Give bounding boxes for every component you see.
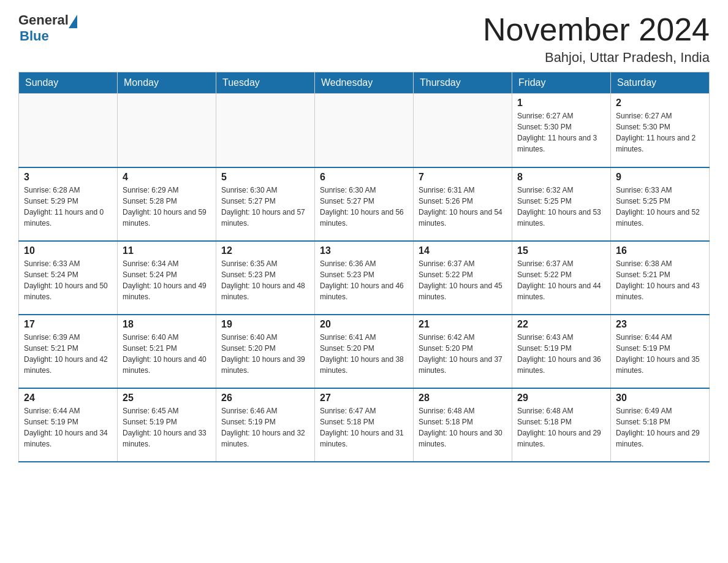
calendar-week-row: 3Sunrise: 6:28 AMSunset: 5:29 PMDaylight…	[19, 167, 710, 241]
calendar-table: SundayMondayTuesdayWednesdayThursdayFrid…	[18, 72, 710, 462]
day-number: 15	[517, 245, 605, 256]
day-number: 14	[419, 245, 507, 256]
calendar-title: November 2024	[483, 12, 710, 47]
calendar-cell: 22Sunrise: 6:43 AMSunset: 5:19 PMDayligh…	[512, 315, 611, 388]
day-number: 22	[517, 319, 605, 330]
logo-blue-text: Blue	[20, 28, 49, 44]
calendar-subtitle: Bahjoi, Uttar Pradesh, India	[483, 50, 710, 66]
calendar-cell	[315, 94, 414, 167]
calendar-cell: 19Sunrise: 6:40 AMSunset: 5:20 PMDayligh…	[216, 315, 315, 388]
day-info: Sunrise: 6:34 AMSunset: 5:24 PMDaylight:…	[123, 258, 211, 302]
calendar-cell: 28Sunrise: 6:48 AMSunset: 5:18 PMDayligh…	[414, 388, 512, 462]
day-number: 29	[517, 393, 605, 404]
calendar-cell: 10Sunrise: 6:33 AMSunset: 5:24 PMDayligh…	[19, 241, 118, 315]
day-number: 30	[616, 393, 704, 404]
calendar-cell: 24Sunrise: 6:44 AMSunset: 5:19 PMDayligh…	[19, 388, 118, 462]
calendar-cell: 2Sunrise: 6:27 AMSunset: 5:30 PMDaylight…	[611, 94, 710, 167]
calendar-cell: 13Sunrise: 6:36 AMSunset: 5:23 PMDayligh…	[315, 241, 414, 315]
calendar-cell	[118, 94, 216, 167]
calendar-cell	[19, 94, 118, 167]
column-header-thursday: Thursday	[414, 72, 512, 94]
day-info: Sunrise: 6:37 AMSunset: 5:22 PMDaylight:…	[517, 258, 605, 302]
day-number: 24	[24, 393, 112, 404]
page-header: General Blue November 2024 Bahjoi, Uttar…	[18, 12, 710, 66]
day-info: Sunrise: 6:41 AMSunset: 5:20 PMDaylight:…	[320, 332, 408, 376]
day-info: Sunrise: 6:28 AMSunset: 5:29 PMDaylight:…	[24, 185, 112, 229]
day-info: Sunrise: 6:32 AMSunset: 5:25 PMDaylight:…	[517, 185, 605, 229]
calendar-cell: 26Sunrise: 6:46 AMSunset: 5:19 PMDayligh…	[216, 388, 315, 462]
day-number: 25	[123, 393, 211, 404]
day-number: 13	[320, 245, 408, 256]
calendar-cell: 21Sunrise: 6:42 AMSunset: 5:20 PMDayligh…	[414, 315, 512, 388]
day-number: 17	[24, 319, 112, 330]
day-info: Sunrise: 6:27 AMSunset: 5:30 PMDaylight:…	[616, 110, 704, 155]
day-info: Sunrise: 6:30 AMSunset: 5:27 PMDaylight:…	[320, 185, 408, 229]
day-info: Sunrise: 6:48 AMSunset: 5:18 PMDaylight:…	[419, 405, 507, 450]
column-header-wednesday: Wednesday	[315, 72, 414, 94]
day-number: 9	[616, 172, 704, 183]
day-info: Sunrise: 6:43 AMSunset: 5:19 PMDaylight:…	[517, 332, 605, 376]
day-number: 2	[616, 98, 704, 109]
day-number: 10	[24, 245, 112, 256]
column-header-sunday: Sunday	[19, 72, 118, 94]
day-info: Sunrise: 6:45 AMSunset: 5:19 PMDaylight:…	[123, 405, 211, 450]
calendar-cell: 30Sunrise: 6:49 AMSunset: 5:18 PMDayligh…	[611, 388, 710, 462]
day-number: 23	[616, 319, 704, 330]
calendar-cell: 17Sunrise: 6:39 AMSunset: 5:21 PMDayligh…	[19, 315, 118, 388]
calendar-cell: 16Sunrise: 6:38 AMSunset: 5:21 PMDayligh…	[611, 241, 710, 315]
column-header-tuesday: Tuesday	[216, 72, 315, 94]
day-number: 11	[123, 245, 211, 256]
calendar-cell: 9Sunrise: 6:33 AMSunset: 5:25 PMDaylight…	[611, 167, 710, 241]
calendar-cell: 25Sunrise: 6:45 AMSunset: 5:19 PMDayligh…	[118, 388, 216, 462]
calendar-cell: 11Sunrise: 6:34 AMSunset: 5:24 PMDayligh…	[118, 241, 216, 315]
day-number: 28	[419, 393, 507, 404]
day-number: 8	[517, 172, 605, 183]
day-number: 6	[320, 172, 408, 183]
calendar-title-block: November 2024 Bahjoi, Uttar Pradesh, Ind…	[483, 12, 710, 66]
day-info: Sunrise: 6:38 AMSunset: 5:21 PMDaylight:…	[616, 258, 704, 302]
calendar-cell: 23Sunrise: 6:44 AMSunset: 5:19 PMDayligh…	[611, 315, 710, 388]
day-info: Sunrise: 6:46 AMSunset: 5:19 PMDaylight:…	[221, 405, 309, 450]
day-number: 19	[221, 319, 309, 330]
day-info: Sunrise: 6:44 AMSunset: 5:19 PMDaylight:…	[24, 405, 112, 450]
day-info: Sunrise: 6:39 AMSunset: 5:21 PMDaylight:…	[24, 332, 112, 376]
column-header-monday: Monday	[118, 72, 216, 94]
calendar-cell: 29Sunrise: 6:48 AMSunset: 5:18 PMDayligh…	[512, 388, 611, 462]
day-number: 20	[320, 319, 408, 330]
day-info: Sunrise: 6:37 AMSunset: 5:22 PMDaylight:…	[419, 258, 507, 302]
logo: General Blue	[18, 12, 77, 44]
calendar-cell: 3Sunrise: 6:28 AMSunset: 5:29 PMDaylight…	[19, 167, 118, 241]
calendar-header-row: SundayMondayTuesdayWednesdayThursdayFrid…	[19, 72, 710, 94]
calendar-cell: 6Sunrise: 6:30 AMSunset: 5:27 PMDaylight…	[315, 167, 414, 241]
calendar-cell	[216, 94, 315, 167]
day-number: 1	[517, 98, 605, 109]
day-info: Sunrise: 6:27 AMSunset: 5:30 PMDaylight:…	[517, 110, 605, 155]
day-info: Sunrise: 6:33 AMSunset: 5:24 PMDaylight:…	[24, 258, 112, 302]
day-info: Sunrise: 6:30 AMSunset: 5:27 PMDaylight:…	[221, 185, 309, 229]
day-info: Sunrise: 6:40 AMSunset: 5:20 PMDaylight:…	[221, 332, 309, 376]
day-number: 12	[221, 245, 309, 256]
calendar-cell: 8Sunrise: 6:32 AMSunset: 5:25 PMDaylight…	[512, 167, 611, 241]
day-info: Sunrise: 6:33 AMSunset: 5:25 PMDaylight:…	[616, 185, 704, 229]
day-number: 7	[419, 172, 507, 183]
day-info: Sunrise: 6:42 AMSunset: 5:20 PMDaylight:…	[419, 332, 507, 376]
calendar-cell: 5Sunrise: 6:30 AMSunset: 5:27 PMDaylight…	[216, 167, 315, 241]
day-info: Sunrise: 6:49 AMSunset: 5:18 PMDaylight:…	[616, 405, 704, 450]
column-header-friday: Friday	[512, 72, 611, 94]
logo-general-text: General	[18, 12, 69, 28]
logo-triangle-icon	[69, 15, 77, 28]
day-number: 27	[320, 393, 408, 404]
day-info: Sunrise: 6:48 AMSunset: 5:18 PMDaylight:…	[517, 405, 605, 450]
calendar-cell: 27Sunrise: 6:47 AMSunset: 5:18 PMDayligh…	[315, 388, 414, 462]
calendar-cell: 7Sunrise: 6:31 AMSunset: 5:26 PMDaylight…	[414, 167, 512, 241]
day-info: Sunrise: 6:44 AMSunset: 5:19 PMDaylight:…	[616, 332, 704, 376]
day-number: 16	[616, 245, 704, 256]
day-number: 26	[221, 393, 309, 404]
calendar-cell: 4Sunrise: 6:29 AMSunset: 5:28 PMDaylight…	[118, 167, 216, 241]
day-number: 4	[123, 172, 211, 183]
day-number: 21	[419, 319, 507, 330]
day-number: 5	[221, 172, 309, 183]
calendar-cell: 15Sunrise: 6:37 AMSunset: 5:22 PMDayligh…	[512, 241, 611, 315]
day-info: Sunrise: 6:40 AMSunset: 5:21 PMDaylight:…	[123, 332, 211, 376]
day-info: Sunrise: 6:47 AMSunset: 5:18 PMDaylight:…	[320, 405, 408, 450]
